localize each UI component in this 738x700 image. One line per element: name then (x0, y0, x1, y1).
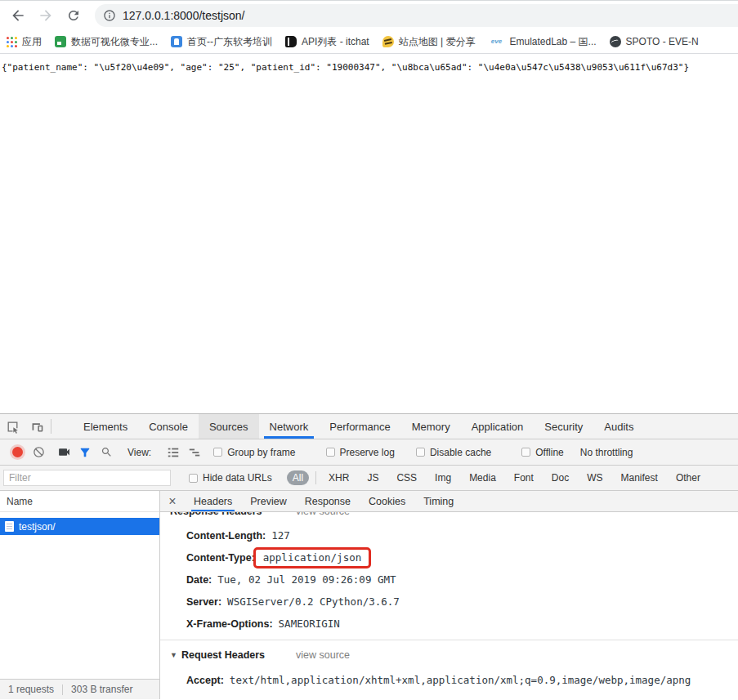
url-text[interactable]: 127.0.0.1:8000/testjson/ (123, 9, 244, 22)
document-icon (5, 521, 14, 532)
preserve-log-label: Preserve log (340, 447, 395, 458)
detail-tab-response[interactable]: Response (296, 491, 360, 511)
filter-type-img[interactable]: Img (429, 470, 457, 485)
bookmark-label: 首页--广东软考培训 (187, 35, 272, 49)
header-row: Accept text/html,application/xhtml+xml,a… (160, 669, 738, 691)
bookmark-item[interactable]: 站点地图 | 爱分享 (382, 35, 476, 49)
address-bar[interactable]: 127.0.0.1:8000/testjson/ (95, 4, 738, 27)
view-source-link[interactable]: view source (296, 512, 350, 517)
divider (62, 684, 63, 695)
hide-data-urls-checkbox[interactable] (189, 474, 198, 483)
list-view-button[interactable] (163, 443, 184, 462)
search-icon (101, 446, 113, 458)
view-source-link[interactable]: view source (296, 649, 350, 661)
reload-button[interactable] (62, 4, 85, 27)
tab-elements[interactable]: Elements (73, 414, 138, 439)
name-column-header[interactable]: Name (0, 491, 159, 512)
clear-button[interactable] (28, 443, 49, 462)
filter-type-other[interactable]: Other (670, 470, 706, 485)
header-name: Accept (186, 675, 224, 686)
header-value: 127 (271, 529, 290, 542)
filter-type-media[interactable]: Media (463, 470, 502, 485)
browser-window: 127.0.0.1:8000/testjson/ 应用 数据可视化微专业... … (0, 0, 738, 700)
request-row-selected[interactable]: testjson/ (0, 518, 159, 535)
response-headers-title: Response Headers (170, 512, 262, 517)
offline-checkbox[interactable] (521, 448, 530, 457)
filter-input[interactable] (3, 470, 171, 486)
detail-tab-timing[interactable]: Timing (414, 491, 463, 511)
request-rows: testjson/ (0, 512, 159, 679)
tab-performance[interactable]: Performance (319, 414, 400, 439)
tab-memory[interactable]: Memory (401, 414, 461, 439)
network-status-bar: 1 requests 303 B transfer (0, 679, 159, 699)
bookmark-apps[interactable]: 应用 (7, 35, 42, 49)
tab-audits[interactable]: Audits (593, 414, 644, 439)
close-detail-button[interactable]: × (160, 491, 185, 511)
tab-label: Timing (423, 496, 454, 507)
bookmark-item[interactable]: 首页--广东软考培训 (171, 35, 272, 49)
tab-application[interactable]: Application (461, 414, 534, 439)
bookmark-label: API列表 - itchat (302, 35, 369, 49)
reload-icon (66, 8, 81, 23)
bookmark-item[interactable]: 数据可视化微专业... (55, 35, 158, 49)
tab-label: Application (472, 421, 524, 433)
forward-arrow-icon (38, 7, 54, 24)
filter-type-xhr[interactable]: XHR (323, 470, 355, 485)
header-row: Server WSGIServer/0.2 CPython/3.6.7 (160, 591, 738, 613)
filter-type-js[interactable]: JS (361, 470, 384, 485)
filter-type-manifest[interactable]: Manifest (615, 470, 664, 485)
disable-cache-checkbox[interactable] (416, 448, 425, 457)
request-list-column: Name testjson/ 1 requests 303 B transfer (0, 491, 160, 699)
green-monitor-icon (55, 36, 66, 47)
tab-console[interactable]: Console (138, 414, 199, 439)
bookmark-item[interactable]: API列表 - itchat (285, 35, 369, 49)
screenshot-capture-button[interactable] (53, 443, 74, 462)
back-button[interactable] (7, 4, 29, 27)
bookmark-item[interactable]: eve EmulatedLab – 国... (489, 35, 597, 49)
view-label: View: (127, 447, 151, 458)
header-name: X-Frame-Options (186, 618, 273, 630)
record-button[interactable] (7, 443, 28, 462)
group-by-frame-checkbox[interactable] (213, 448, 222, 457)
bee-icon (382, 36, 394, 47)
filter-type-doc[interactable]: Doc (546, 470, 575, 485)
filter-type-css[interactable]: CSS (391, 470, 423, 485)
tab-label: Sources (209, 421, 248, 433)
tab-label: Network (270, 421, 309, 433)
tab-network[interactable]: Network (259, 414, 320, 439)
preserve-log-checkbox[interactable] (326, 448, 335, 457)
filter-toggle-button[interactable] (74, 443, 96, 462)
search-button[interactable] (96, 443, 117, 462)
bookmark-label: EmulatedLab – 国... (510, 35, 597, 49)
detail-tab-preview[interactable]: Preview (241, 491, 295, 511)
tab-security[interactable]: Security (534, 414, 593, 439)
filter-type-ws[interactable]: WS (581, 470, 608, 485)
detail-tab-cookies[interactable]: Cookies (360, 491, 414, 511)
detail-tab-headers[interactable]: Headers (185, 491, 241, 511)
header-value-annotated: application/json (253, 547, 371, 568)
dark-globe-icon (610, 36, 621, 47)
detail-tabbar: × Headers Preview Response Cookies Timin… (160, 491, 738, 512)
request-headers-section[interactable]: ▼ Request Headers view source (160, 644, 738, 666)
tab-sources[interactable]: Sources (199, 414, 259, 439)
header-name: Content-Length (186, 530, 266, 542)
page-info-icon[interactable] (103, 9, 116, 22)
bookmark-item[interactable]: SPOTO - EVE-N (610, 36, 699, 47)
json-response-text: {"patient_name": "\u5f20\u4e09", "age": … (2, 62, 736, 73)
list-view-icon (167, 446, 180, 459)
devtools-tabbar: Elements Console Sources Network Perform… (0, 414, 738, 439)
filter-type-all[interactable]: All (287, 470, 309, 485)
waterfall-view-button[interactable] (184, 443, 205, 462)
device-toolbar-button[interactable] (25, 414, 49, 439)
section-separator (160, 640, 738, 640)
header-name: Content-Type (186, 552, 255, 564)
filter-type-font[interactable]: Font (508, 470, 539, 485)
record-icon (12, 447, 23, 457)
forward-button[interactable] (34, 4, 57, 27)
header-row: X-Frame-Options SAMEORIGIN (160, 613, 738, 635)
throttling-dropdown[interactable]: No throttling (580, 447, 633, 458)
inspect-element-button[interactable] (0, 414, 25, 439)
tab-label: Preview (250, 496, 286, 507)
tab-label: Console (149, 421, 188, 433)
tab-label: Audits (604, 421, 633, 433)
